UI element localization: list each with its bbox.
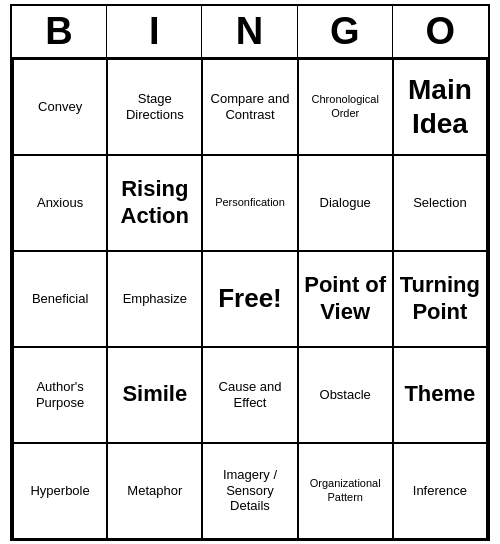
bingo-card: BINGO ConveyStage DirectionsCompare and … (10, 4, 490, 541)
bingo-cell: Compare and Contrast (202, 59, 297, 155)
bingo-cell: Chronological Order (298, 59, 393, 155)
bingo-cell: Point of View (298, 251, 393, 347)
bingo-cell: Author's Purpose (12, 347, 107, 443)
header-letter: I (107, 6, 202, 57)
bingo-cell: Dialogue (298, 155, 393, 251)
bingo-cell: Anxious (12, 155, 107, 251)
bingo-cell: Simile (107, 347, 202, 443)
bingo-cell: Cause and Effect (202, 347, 297, 443)
bingo-cell: Convey (12, 59, 107, 155)
bingo-cell: Emphasize (107, 251, 202, 347)
bingo-cell: Main Idea (393, 59, 488, 155)
header-letter: B (12, 6, 107, 57)
bingo-cell: Rising Action (107, 155, 202, 251)
bingo-cell: Beneficial (12, 251, 107, 347)
header-letter: O (393, 6, 488, 57)
bingo-cell: Free! (202, 251, 297, 347)
bingo-cell: Imagery / Sensory Details (202, 443, 297, 539)
bingo-cell: Theme (393, 347, 488, 443)
bingo-grid: ConveyStage DirectionsCompare and Contra… (12, 59, 488, 539)
bingo-cell: Obstacle (298, 347, 393, 443)
bingo-cell: Hyperbole (12, 443, 107, 539)
bingo-cell: Selection (393, 155, 488, 251)
bingo-cell: Stage Directions (107, 59, 202, 155)
bingo-cell: Inference (393, 443, 488, 539)
bingo-cell: Metaphor (107, 443, 202, 539)
bingo-cell: Turning Point (393, 251, 488, 347)
bingo-cell: Personfication (202, 155, 297, 251)
bingo-header: BINGO (12, 6, 488, 59)
header-letter: G (298, 6, 393, 57)
header-letter: N (202, 6, 297, 57)
bingo-cell: Organizational Pattern (298, 443, 393, 539)
